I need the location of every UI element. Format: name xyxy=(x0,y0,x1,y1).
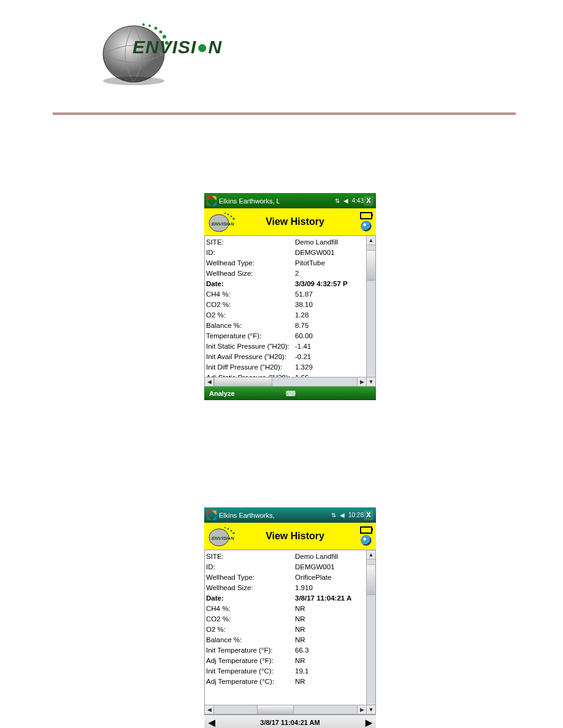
list-item: CH4 %:NR xyxy=(206,604,366,614)
softkey-bar: Analyze ⌨ xyxy=(204,387,376,400)
list-item: ID:DEMGW001 xyxy=(206,562,366,572)
v-scroll-thumb[interactable] xyxy=(367,250,375,281)
volume-icon[interactable]: ◀ xyxy=(340,512,345,518)
field-label: Init Diff Pressure ("H20): xyxy=(206,362,295,373)
sync-icon[interactable] xyxy=(361,221,372,232)
signal-icon[interactable]: ⇅ xyxy=(335,197,340,204)
app-logo-icon: ENVISI●N xyxy=(208,210,240,234)
window-titlebar: Elkins Earthworks, L ⇅ ◀ 4:43 X xyxy=(204,193,376,208)
device-screenshot-1: Elkins Earthworks, L ⇅ ◀ 4:43 X ENVISI●N… xyxy=(204,193,376,400)
field-value: 3/3/09 4:32:57 P xyxy=(295,279,366,289)
list-item: Wellhead Type:PitotTube xyxy=(206,258,366,268)
vertical-scrollbar[interactable]: ▲ ▼ xyxy=(366,236,375,386)
field-value: DEMGW001 xyxy=(295,248,366,258)
svg-point-18 xyxy=(230,529,232,531)
list-item: O2 %:NR xyxy=(206,624,366,635)
field-value: 66.3 xyxy=(295,645,366,656)
field-label: ID: xyxy=(206,248,295,258)
horizontal-scrollbar[interactable]: ◀ ▶ xyxy=(205,705,366,714)
field-value: -0.21 xyxy=(295,352,366,362)
svg-point-12 xyxy=(230,215,232,217)
record-timestamp: 3/8/17 11:04:21 AM xyxy=(219,719,361,726)
screen-title: View History xyxy=(234,531,356,542)
svg-point-3 xyxy=(148,25,151,27)
list-item: CH4 %:51.87 xyxy=(206,289,366,300)
field-value: Demo Landfill xyxy=(295,237,366,248)
screen-title: View History xyxy=(234,216,356,227)
list-item: Adj Temperature (°C):NR xyxy=(206,677,366,687)
svg-point-4 xyxy=(155,27,158,30)
field-label: Init Static Pressure ("H20): xyxy=(206,341,295,352)
next-record-button[interactable]: ▶ xyxy=(361,718,376,727)
volume-icon[interactable]: ◀ xyxy=(343,197,348,204)
field-value: 2 xyxy=(295,268,366,279)
v-scroll-thumb[interactable] xyxy=(367,564,375,595)
scroll-up-button[interactable]: ▲ xyxy=(367,550,375,559)
date-navigation-bar: ◀ 3/8/17 11:04:21 AM ▶ xyxy=(204,715,376,728)
field-label: Adj Temperature (°F): xyxy=(206,656,295,666)
scroll-left-button[interactable]: ◀ xyxy=(205,705,214,714)
list-item: SITE:Demo Landfill xyxy=(206,552,366,562)
field-label: Balance %: xyxy=(206,635,295,645)
list-item: Wellhead Type:OrificePlate xyxy=(206,572,366,583)
start-icon[interactable] xyxy=(207,510,216,520)
scroll-right-button[interactable]: ▶ xyxy=(357,377,366,386)
logo-word-b: N xyxy=(209,37,223,57)
h-scroll-thumb[interactable] xyxy=(214,377,272,386)
app-logo-icon: ENVISI●N xyxy=(208,524,240,548)
list-item: O2 %:1.28 xyxy=(206,310,366,320)
scroll-up-button[interactable]: ▲ xyxy=(367,236,375,245)
list-item: Date:3/8/17 11:04:21 A xyxy=(206,593,366,604)
signal-icon[interactable]: ⇅ xyxy=(331,512,336,518)
svg-point-8 xyxy=(103,77,164,85)
field-value: 19.1 xyxy=(295,666,366,677)
field-label: CH4 %: xyxy=(206,289,295,300)
field-label: Balance %: xyxy=(206,320,295,331)
list-item: Balance %:NR xyxy=(206,635,366,645)
battery-icon xyxy=(360,212,372,219)
scroll-right-button[interactable]: ▶ xyxy=(357,705,366,714)
content-area: SITE:Demo LandfillID:DEMGW001Wellhead Ty… xyxy=(204,236,376,387)
device-screenshot-2: Elkins Earthworks, ⇅ ◀ 10:28 X ENVISI●N … xyxy=(204,507,376,728)
field-label: Date: xyxy=(206,279,295,289)
field-value: NR xyxy=(295,614,366,624)
field-label: ID: xyxy=(206,562,295,572)
field-value: 1.28 xyxy=(295,310,366,320)
list-item: Balance %:8.75 xyxy=(206,320,366,331)
list-item: Init Static Pressure ("H20):-1.41 xyxy=(206,341,366,352)
keyboard-icon[interactable]: ⌨ xyxy=(235,390,347,398)
close-button[interactable]: X xyxy=(364,196,373,206)
svg-point-13 xyxy=(232,218,235,220)
list-item: Init Temperature (°F):66.3 xyxy=(206,645,366,656)
h-scroll-thumb[interactable] xyxy=(257,705,294,714)
field-value: PitotTube xyxy=(295,258,366,268)
window-titlebar: Elkins Earthworks, ⇅ ◀ 10:28 X xyxy=(204,507,376,523)
field-label: O2 %: xyxy=(206,624,295,635)
svg-point-16 xyxy=(224,527,226,528)
scroll-down-button[interactable]: ▼ xyxy=(367,377,375,386)
scroll-down-button[interactable]: ▼ xyxy=(367,705,375,714)
field-label: Wellhead Type: xyxy=(206,258,295,268)
field-label: SITE: xyxy=(206,552,295,562)
list-item: Date:3/3/09 4:32:57 P xyxy=(206,279,366,289)
data-list[interactable]: SITE:Demo LandfillID:DEMGW001Wellhead Ty… xyxy=(206,237,366,386)
field-value: Demo Landfill xyxy=(295,552,366,562)
field-value: 38.10 xyxy=(295,300,366,310)
field-value: 8.75 xyxy=(295,320,366,331)
close-button[interactable]: X xyxy=(364,510,373,520)
field-label: CH4 %: xyxy=(206,604,295,614)
scroll-left-button[interactable]: ◀ xyxy=(205,377,214,386)
analyze-softkey[interactable]: Analyze xyxy=(209,390,235,397)
sync-icon[interactable] xyxy=(361,535,372,546)
app-title: Elkins Earthworks, L xyxy=(219,197,335,205)
list-item: Init Diff Pressure ("H20):1.329 xyxy=(206,362,366,373)
data-list[interactable]: SITE:Demo LandfillID:DEMGW001Wellhead Ty… xyxy=(206,552,366,714)
svg-point-11 xyxy=(228,214,229,216)
vertical-scrollbar[interactable]: ▲ ▼ xyxy=(366,550,375,714)
app-title: Elkins Earthworks, xyxy=(219,512,331,519)
horizontal-scrollbar[interactable]: ◀ ▶ xyxy=(205,377,366,386)
field-label: CO2 %: xyxy=(206,614,295,624)
prev-record-button[interactable]: ◀ xyxy=(204,718,219,727)
field-label: CO2 %: xyxy=(206,300,295,310)
start-icon[interactable] xyxy=(207,196,216,206)
